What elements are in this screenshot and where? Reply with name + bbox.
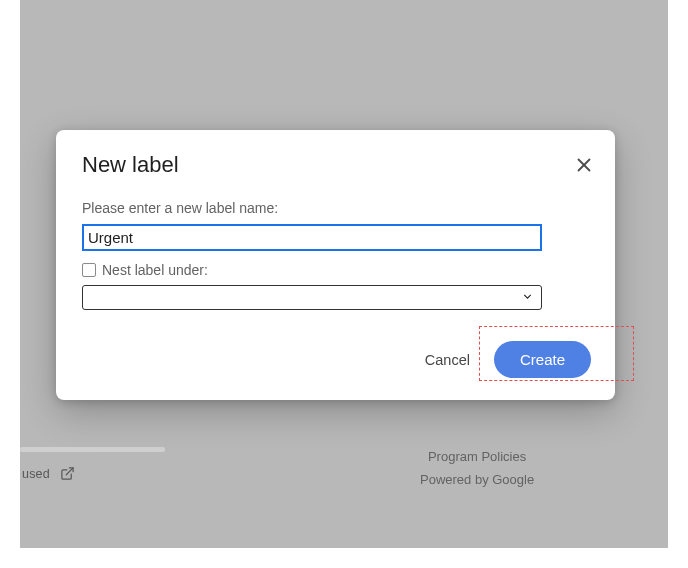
cancel-button[interactable]: Cancel — [421, 344, 474, 376]
close-icon — [575, 156, 593, 174]
svg-line-0 — [66, 468, 73, 475]
label-name-input[interactable] — [82, 224, 542, 251]
storage-progress-bar — [20, 447, 165, 452]
chevron-down-icon — [521, 289, 534, 307]
close-button[interactable] — [575, 156, 593, 178]
dialog-buttons: Cancel Create — [421, 341, 591, 378]
label-name-prompt: Please enter a new label name: — [82, 200, 589, 216]
create-button[interactable]: Create — [494, 341, 591, 378]
nest-label-text: Nest label under: — [102, 262, 208, 278]
new-label-dialog: New label Please enter a new label name:… — [56, 130, 615, 400]
footer-links: Program Policies Powered by Google — [420, 446, 534, 492]
nest-label-row: Nest label under: — [82, 262, 589, 278]
external-link-icon — [60, 466, 75, 484]
nest-label-checkbox[interactable] — [82, 263, 96, 277]
dialog-title: New label — [82, 152, 589, 178]
storage-used-text: used — [22, 467, 50, 481]
program-policies-link[interactable]: Program Policies — [420, 446, 534, 469]
parent-label-select[interactable] — [82, 285, 542, 310]
storage-used-link[interactable]: used — [22, 466, 75, 484]
powered-by-text: Powered by Google — [420, 469, 534, 492]
